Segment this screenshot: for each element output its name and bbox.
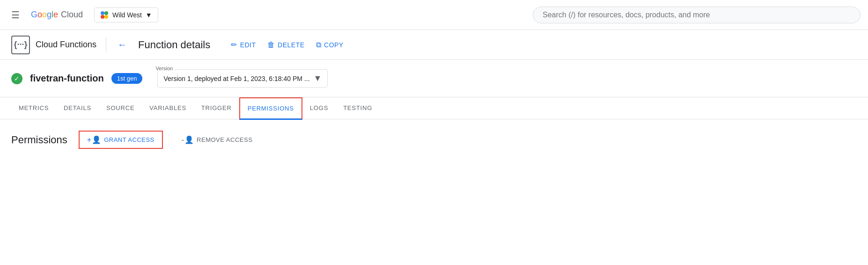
action-buttons: ✏ EDIT 🗑 DELETE ⧉ COPY xyxy=(231,40,344,49)
remove-access-icon: -👤 xyxy=(182,135,194,144)
tab-testing[interactable]: TESTING xyxy=(336,98,380,119)
project-dots-icon xyxy=(100,11,109,19)
svg-point-3 xyxy=(104,15,108,19)
cloud-text: Cloud xyxy=(61,10,83,20)
nav-divider xyxy=(106,37,106,52)
version-text: Version 1, deployed at Feb 1, 2023, 6:18… xyxy=(163,75,309,82)
project-dropdown-icon: ▼ xyxy=(146,11,152,19)
edit-button[interactable]: ✏ EDIT xyxy=(231,40,256,49)
version-selector[interactable]: Version Version 1, deployed at Feb 1, 20… xyxy=(150,69,328,88)
menu-icon[interactable]: ☰ xyxy=(7,6,23,24)
grant-access-label: GRANT ACCESS xyxy=(104,136,154,143)
top-nav: ☰ Google Cloud Wild West ▼ xyxy=(0,0,868,30)
copy-button[interactable]: ⧉ COPY xyxy=(316,41,344,49)
svg-point-2 xyxy=(101,15,104,19)
page-title: Function details xyxy=(138,39,210,51)
tab-trigger[interactable]: TRIGGER xyxy=(194,98,239,119)
copy-label: COPY xyxy=(324,41,344,49)
function-header: ✓ fivetran-function 1st gen Version Vers… xyxy=(0,60,868,97)
svg-point-1 xyxy=(104,11,108,15)
permissions-section: Permissions +👤 GRANT ACCESS -👤 REMOVE AC… xyxy=(0,119,868,160)
delete-button[interactable]: 🗑 DELETE xyxy=(267,41,305,49)
version-label: Version xyxy=(154,66,175,71)
tabs-row: METRICS DETAILS SOURCE VARIABLES TRIGGER… xyxy=(0,97,868,119)
edit-icon: ✏ xyxy=(231,40,237,49)
grant-access-button[interactable]: +👤 GRANT ACCESS xyxy=(79,131,163,149)
remove-access-button[interactable]: -👤 REMOVE ACCESS xyxy=(174,132,260,148)
cloud-functions-label: Cloud Functions xyxy=(36,40,96,50)
grant-access-icon: +👤 xyxy=(87,135,101,144)
function-name: fivetran-function xyxy=(30,73,104,84)
project-selector[interactable]: Wild West ▼ xyxy=(94,7,158,22)
remove-access-label: REMOVE ACCESS xyxy=(197,136,252,143)
google-cloud-logo: Google Cloud xyxy=(31,10,83,20)
google-logo-text: Google xyxy=(31,10,58,20)
edit-label: EDIT xyxy=(240,41,256,49)
back-button[interactable]: ← xyxy=(116,37,129,52)
secondary-nav: {···} Cloud Functions ← Function details… xyxy=(0,30,868,60)
status-icon: ✓ xyxy=(11,73,22,84)
search-input[interactable] xyxy=(533,7,861,23)
delete-icon: 🗑 xyxy=(267,41,275,49)
tab-metrics[interactable]: METRICS xyxy=(11,98,56,119)
copy-icon: ⧉ xyxy=(316,41,322,49)
project-name: Wild West xyxy=(112,11,142,19)
gen-badge: 1st gen xyxy=(111,73,143,84)
tab-logs[interactable]: LOGS xyxy=(302,98,336,119)
tab-variables[interactable]: VARIABLES xyxy=(142,98,194,119)
tab-source[interactable]: SOURCE xyxy=(99,98,142,119)
tab-permissions[interactable]: PERMISSIONS xyxy=(239,97,302,120)
version-dropdown-icon: ▼ xyxy=(314,74,322,83)
cloud-functions-brand: {···} Cloud Functions xyxy=(11,36,96,54)
delete-label: DELETE xyxy=(278,41,304,49)
tab-details[interactable]: DETAILS xyxy=(56,98,99,119)
permissions-title: Permissions xyxy=(11,134,67,146)
cloud-functions-icon: {···} xyxy=(11,36,30,54)
svg-point-0 xyxy=(101,11,104,15)
